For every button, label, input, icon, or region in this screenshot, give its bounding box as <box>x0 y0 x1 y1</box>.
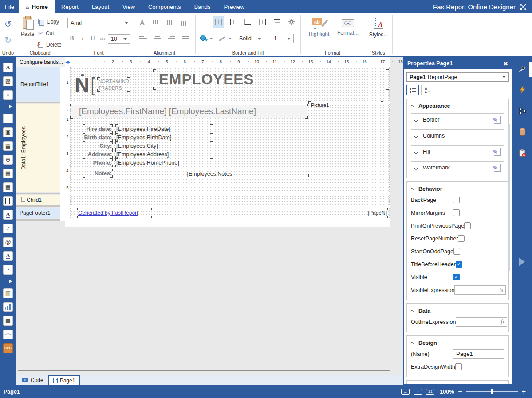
tool-dot-matrix[interactable]: ▦ <box>0 286 16 300</box>
appearance-row-border[interactable]: Border <box>411 113 504 126</box>
report-title-object[interactable]: EMPLOYEES <box>154 70 388 89</box>
fit-page-width-button[interactable]: ↔ <box>401 389 410 395</box>
underline-button[interactable]: U <box>88 34 97 43</box>
tool-map[interactable]: ⊕ <box>0 153 16 166</box>
horizontal-scrollbar[interactable] <box>18 370 390 371</box>
field-label-object[interactable]: City: <box>83 142 112 150</box>
styles-button[interactable]: Styles... <box>364 17 393 38</box>
visible-checkbox[interactable]: ✓ <box>453 274 460 280</box>
tool-crosstab[interactable]: ▩ <box>0 180 16 194</box>
tab-page1[interactable]: Page1 <box>48 375 81 385</box>
strikethrough-button[interactable]: abc <box>98 34 107 43</box>
field-label-object[interactable]: Address: <box>83 150 112 158</box>
close-icon[interactable]: ✖ <box>503 60 508 67</box>
field-label-object[interactable]: Birth date: <box>83 134 112 141</box>
menu-tab-preview[interactable]: Preview <box>217 0 251 13</box>
cut-button[interactable]: ✂ Cut <box>38 29 54 37</box>
italic-button[interactable]: I <box>78 34 87 43</box>
fill-dropdown-icon[interactable] <box>209 38 213 39</box>
validation-icon[interactable] <box>517 148 527 158</box>
tool-svg[interactable]: SVG <box>0 341 16 355</box>
tool-shape[interactable]: ○ <box>0 88 16 102</box>
redo-icon[interactable]: ↻ <box>3 35 13 45</box>
paste-button[interactable]: Paste <box>20 17 35 44</box>
tool-checkbox[interactable]: ✓ <box>0 221 16 235</box>
bottom-border-button[interactable] <box>242 16 253 28</box>
resetpagenumber-checkbox[interactable] <box>458 235 465 242</box>
categorized-view-button[interactable] <box>406 85 419 95</box>
tool-text-block[interactable]: A <box>0 249 16 263</box>
zoom-actual-size-button[interactable]: 1:1 <box>426 389 434 395</box>
tool-line[interactable]: | <box>0 111 16 125</box>
menu-tab-home[interactable]: ⌂Home <box>19 0 55 13</box>
edit-icon[interactable] <box>494 164 501 172</box>
align-center-button[interactable] <box>154 35 161 40</box>
font-family-select[interactable]: Arial <box>67 18 131 28</box>
tool-matrix[interactable]: ▩ <box>0 166 16 180</box>
field-value-object[interactable]: [Employees.HireDate] <box>116 125 212 133</box>
tool-shape-expand[interactable] <box>0 102 16 111</box>
field-label-object[interactable]: Phone: <box>83 159 112 166</box>
outline-expression-input[interactable]: fx <box>456 317 507 327</box>
menu-tab-file[interactable]: File <box>0 0 19 13</box>
line-dropdown-icon[interactable] <box>228 38 232 39</box>
zoom-slider-thumb[interactable] <box>491 389 493 394</box>
edit-icon[interactable] <box>494 148 501 156</box>
menu-tab-layout[interactable]: Layout <box>85 0 116 13</box>
section-header-behavior[interactable]: Behavior <box>411 185 504 193</box>
edit-icon[interactable] <box>494 116 501 124</box>
printonpreviouspage-checkbox[interactable] <box>464 222 471 229</box>
delete-button[interactable]: Delete <box>38 41 62 49</box>
tool-table[interactable]: ▦ <box>0 139 16 153</box>
zoom-in-button[interactable]: + <box>522 388 526 396</box>
valign-middle-button[interactable] <box>167 20 173 26</box>
menu-tab-components[interactable]: Components <box>142 0 188 13</box>
field-value-object[interactable]: [Employees.City] <box>116 142 212 150</box>
tool-rich-text[interactable]: A <box>0 208 16 221</box>
tool-gauge-expand[interactable] <box>0 276 16 286</box>
report-tree-icon[interactable] <box>517 106 527 116</box>
tool-signature[interactable]: ▤ <box>0 314 16 327</box>
section-header-data[interactable]: Data <box>411 307 504 315</box>
align-left-button[interactable] <box>139 35 147 40</box>
appearance-row-fill[interactable]: Fill <box>411 145 504 158</box>
tool-cellular-text[interactable]: @ <box>0 235 16 249</box>
appearance-row-watermark[interactable]: Watermark <box>411 161 504 174</box>
logo-text-object[interactable]: NORTHWIND TRADERS <box>98 78 129 91</box>
menu-tab-bands[interactable]: Bands <box>188 0 217 13</box>
line-color-button[interactable] <box>218 35 225 42</box>
border-settings-button[interactable] <box>286 16 297 28</box>
expand-panel-icon[interactable] <box>519 257 525 266</box>
band-separator[interactable] <box>16 218 60 221</box>
band-child[interactable]: Child1 <box>16 195 60 205</box>
child-band-area[interactable] <box>70 195 390 205</box>
band-data[interactable]: Data1: Employees <box>16 104 60 192</box>
band-page-footer[interactable]: PageFooter1 <box>16 208 60 218</box>
section-header-design[interactable]: Design <box>411 339 504 347</box>
sort-az-button[interactable]: AZ↓ <box>421 85 433 95</box>
fill-color-button[interactable] <box>200 35 207 42</box>
field-value-object[interactable]: [Employees.BirthDate] <box>116 134 212 141</box>
tool-subreport[interactable]: ▣ <box>0 125 16 139</box>
zoom-slider[interactable] <box>466 389 518 394</box>
object-selector[interactable]: Page1 ReportPage <box>406 72 509 82</box>
field-value-object[interactable]: [Employees.HomePhone] <box>116 159 212 166</box>
tool-html[interactable]: </> <box>0 327 16 341</box>
line-width-select[interactable]: 1 <box>271 34 294 43</box>
tab-code[interactable]: ‹› Code <box>18 375 48 385</box>
footer-link-object[interactable]: Generated by FastReport <box>78 209 151 217</box>
valign-bottom-button[interactable] <box>181 20 188 26</box>
font-color-button[interactable]: A <box>140 19 145 26</box>
band-report-title[interactable]: ReportTitle1 <box>16 67 60 101</box>
startonoddpage-checkbox[interactable] <box>453 248 460 255</box>
mirrormargins-checkbox[interactable] <box>453 209 460 216</box>
extra-design-width-checkbox[interactable] <box>455 363 462 370</box>
section-header-appearance[interactable]: Appearance <box>411 102 504 110</box>
align-right-button[interactable] <box>168 35 175 40</box>
format-button[interactable]: Format... <box>334 19 362 36</box>
no-borders-button[interactable] <box>213 16 224 28</box>
highlight-button[interactable]: ab Highlight <box>305 18 333 37</box>
valign-top-button[interactable] <box>153 20 159 26</box>
tool-chart[interactable] <box>0 300 16 314</box>
notes-label-object[interactable]: Notes: <box>83 169 112 177</box>
